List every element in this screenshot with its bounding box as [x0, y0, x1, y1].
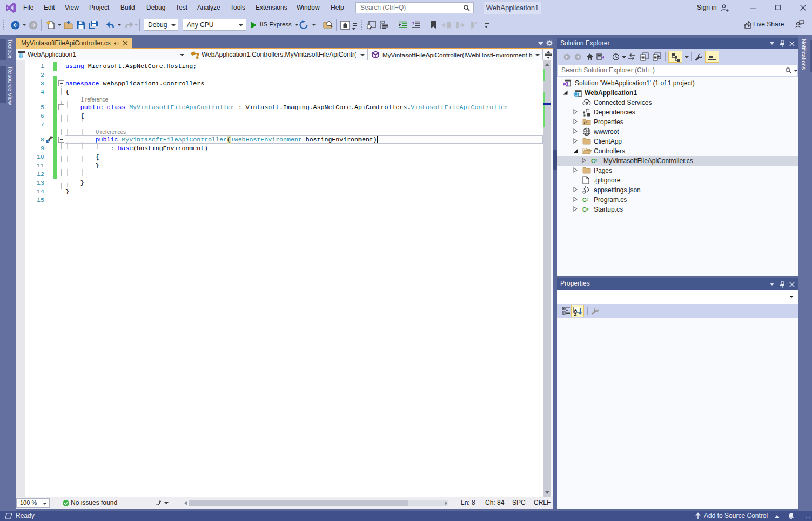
svg-text:#: #: [586, 207, 589, 212]
svg-text:#: #: [586, 197, 589, 202]
svg-text:?: ?: [412, 21, 415, 26]
svg-text:#: #: [595, 158, 598, 163]
svg-text:Z: Z: [574, 312, 577, 316]
